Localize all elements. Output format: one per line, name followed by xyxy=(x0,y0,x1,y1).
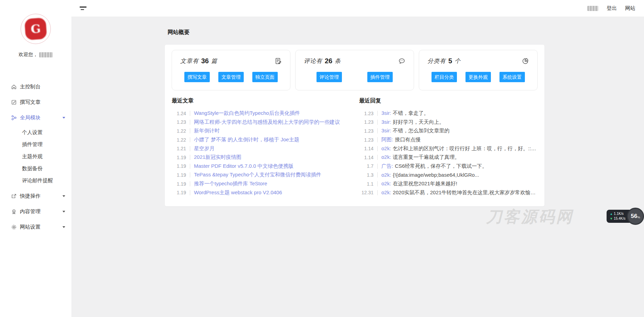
reply-author-link[interactable]: 3sir: xyxy=(381,119,391,125)
article-link[interactable]: 星空岁月 xyxy=(194,145,215,152)
reply-date: 1.23 xyxy=(359,128,373,134)
reply-author-link[interactable]: o2k: xyxy=(381,181,391,187)
reply-text: 2020实鼠不易，2021牛转乾坤首先在这里,祝大家岁岁常欢愉，... xyxy=(393,189,538,196)
article-link[interactable]: WangStyle一款白色简约Typecho后台美化插件 xyxy=(194,110,300,117)
article-link[interactable]: TePass &tepay Typecho个人支付宝和微信付费阅读插件 xyxy=(194,172,321,178)
edit-square-icon xyxy=(11,99,17,105)
row-divider xyxy=(190,155,190,160)
article-link[interactable]: 新年倒计时 xyxy=(194,128,220,134)
reply-text: {!{data:image/webp;base64,UklGRo... xyxy=(393,172,479,178)
download-arrow-icon: ▼ xyxy=(610,217,613,220)
sidebar-subitem[interactable]: 插件管理 xyxy=(0,138,71,150)
sidebar-item-site-settings[interactable]: 网站设置 xyxy=(0,219,71,235)
stat-action-button[interactable]: 插件管理 xyxy=(367,72,393,82)
reply-date: 1.14 xyxy=(359,146,373,151)
reply-row: 1.23 3sir: 不错，拿走了。 xyxy=(359,109,538,118)
reply-date: 1.14 xyxy=(359,155,373,160)
reply-row: 1.1 o2k: 在这里祝您2021年越来越好! xyxy=(359,179,538,188)
site-logo[interactable]: G xyxy=(21,14,51,44)
stat-box-comments: 评论有 26 条 评论管理插件管理 xyxy=(295,50,414,90)
stat-unit: 个 xyxy=(455,57,461,65)
sidebar-subitem[interactable]: 数据备份 xyxy=(0,162,71,174)
article-date: 1.19 xyxy=(172,190,186,195)
reply-text: 不错，怎么加到文章里的 xyxy=(393,128,449,134)
stat-action-button[interactable]: 独立页面 xyxy=(252,72,278,82)
sidebar-subitem[interactable]: 个人设置 xyxy=(0,126,71,138)
article-link[interactable]: 推荐一个typecho插件库 TeStore xyxy=(194,181,267,187)
global-modules-submenu: 个人设置插件管理主题外观数据备份评论邮件提醒 xyxy=(0,125,71,188)
article-link[interactable]: 2021新冠实时疫情图 xyxy=(194,154,241,161)
stat-action-button[interactable]: 栏目分类 xyxy=(432,72,457,82)
sidebar-toggle-icon[interactable] xyxy=(80,7,87,10)
usage-percent-value: 56 xyxy=(631,213,637,220)
row-divider xyxy=(377,120,378,125)
article-link[interactable]: 网络工程师-大学四年总结与感悟及给刚上大学的同学的一些建议 xyxy=(194,119,340,125)
sidebar-subitem[interactable]: 主题外观 xyxy=(0,150,71,162)
article-link[interactable]: WordPress主题 webstack pro V2.0406 xyxy=(194,189,282,196)
row-divider xyxy=(377,137,378,142)
reply-row: 1.14 o2k: 乞讨和上班的区别气讨：哎行行好 上班：哎，行，行，好。::(… xyxy=(359,144,538,153)
download-speed: 15.4K/s xyxy=(614,217,625,220)
stat-action-button[interactable]: 更换外观 xyxy=(465,72,491,82)
article-link[interactable]: Master PDF Editor v5.7.0.0 中文绿色便携版 xyxy=(194,163,294,170)
reply-row: 1.23 3sir: 好好学习，天天向上。 xyxy=(359,118,538,127)
modules-icon xyxy=(11,115,17,121)
sidebar-item-dashboard[interactable]: 主控制台 xyxy=(0,79,71,95)
row-divider xyxy=(377,190,378,195)
stat-box-articles: 文章有 36 篇 撰写文章文章管理独立页面 xyxy=(172,50,290,90)
sidebar-item-label: 全局模块 xyxy=(20,114,41,121)
stat-action-button[interactable]: 撰写文章 xyxy=(184,72,210,82)
row-divider xyxy=(377,164,378,169)
usage-percent-unit: % xyxy=(637,216,640,219)
sidebar-item-label: 内容管理 xyxy=(20,208,41,215)
stat-unit: 篇 xyxy=(211,57,217,65)
stat-action-button[interactable]: 系统设置 xyxy=(499,72,525,82)
usage-percent-button[interactable]: 56 % xyxy=(627,208,644,225)
sidebar-item-quick-actions[interactable]: 快捷操作 xyxy=(0,188,71,204)
reply-author-link[interactable]: o2k: xyxy=(381,145,391,152)
recent-articles-section: 最近文章 1.24 WangStyle一款白色简约Typecho后台美化插件 1… xyxy=(172,97,350,197)
sidebar-item-label: 撰写文章 xyxy=(20,99,41,106)
sidebar: G 欢迎您， 主控制台 撰写文章 全局模块 个人设置插件管理主题外观数据备份评论… xyxy=(0,0,71,317)
reply-author-link[interactable]: o2k: xyxy=(381,189,391,196)
logout-link[interactable]: 登出 xyxy=(607,5,617,12)
reply-text: 好好学习，天天向上。 xyxy=(393,119,444,125)
reply-date: 1.23 xyxy=(359,137,373,143)
stat-prefix: 分类有 xyxy=(427,57,446,65)
row-divider xyxy=(190,172,190,177)
article-row: 1.19 TePass &tepay Typecho个人支付宝和微信付费阅读插件 xyxy=(172,171,350,179)
sidebar-item-label: 网站设置 xyxy=(20,224,41,230)
reply-text: 在这里祝您2021年越来越好! xyxy=(393,181,457,187)
reply-author-link[interactable]: 阿图: xyxy=(381,136,393,143)
network-speed-widget: ▲ 1.1K/s ▼ 15.4K/s 56 % xyxy=(607,208,644,225)
article-date: 1.19 xyxy=(172,181,186,187)
reply-row: 1.23 3sir: 不错，怎么加到文章里的 xyxy=(359,127,538,135)
recent-replies-title: 最近回复 xyxy=(359,97,538,105)
recent-replies-section: 最近回复 1.23 3sir: 不错，拿走了。 1.23 3sir: xyxy=(359,97,538,197)
overview-card: 文章有 36 篇 撰写文章文章管理独立页面 评论有 26 条 xyxy=(165,45,544,206)
reply-author-link[interactable]: 3sir: xyxy=(381,110,391,117)
document-edit-icon xyxy=(275,57,282,65)
stat-count: 5 xyxy=(448,57,452,65)
stat-action-button[interactable]: 文章管理 xyxy=(218,72,244,82)
sidebar-item-content-management[interactable]: 内容管理 xyxy=(0,204,71,219)
sidebar-item-global-modules[interactable]: 全局模块 xyxy=(0,110,71,125)
reply-author-link[interactable]: o2k: xyxy=(381,154,391,161)
article-date: 1.19 xyxy=(172,163,186,169)
page-title: 网站概要 xyxy=(168,29,189,36)
stat-action-button[interactable]: 评论管理 xyxy=(317,72,342,82)
sidebar-subitem[interactable]: 评论邮件提醒 xyxy=(0,174,71,186)
row-divider xyxy=(377,155,378,160)
article-link[interactable]: 小嫖了 梦不落 的人生倒计时，移植于 Joe主题 xyxy=(194,136,299,143)
sidebar-item-write-post[interactable]: 撰写文章 xyxy=(0,95,71,110)
reply-date: 1.1 xyxy=(359,181,373,187)
reply-text: 不错，拿走了。 xyxy=(393,110,429,117)
stat-count: 26 xyxy=(325,57,332,65)
reply-author-link[interactable]: 广告: xyxy=(381,163,393,170)
article-date: 1.22 xyxy=(172,128,186,134)
row-divider xyxy=(377,111,378,116)
reply-date: 1.7 xyxy=(359,163,373,169)
reply-author-link[interactable]: o2k: xyxy=(381,172,391,178)
view-site-link[interactable]: 网站 xyxy=(625,5,635,12)
reply-author-link[interactable]: 3sir: xyxy=(381,128,391,134)
